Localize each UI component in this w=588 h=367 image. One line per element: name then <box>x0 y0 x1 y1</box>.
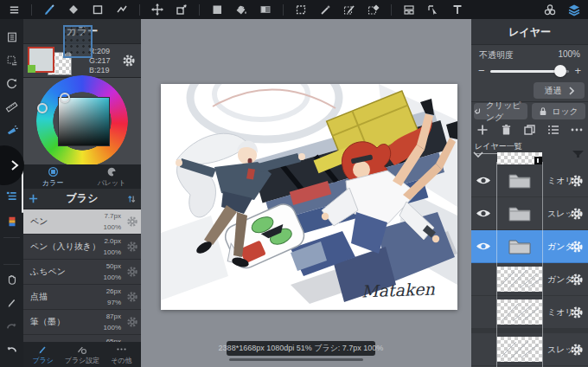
layer-row-sketch-gundam[interactable]: ガンダム <box>471 263 588 296</box>
material-icon[interactable] <box>543 3 557 16</box>
layer-row-folder-suletta[interactable]: スレッタ <box>471 197 588 230</box>
brush-settings-gear-icon[interactable] <box>126 216 138 228</box>
magic-wand-icon[interactable] <box>318 3 332 16</box>
brush-settings-gear-icon[interactable] <box>126 266 138 278</box>
canvas-viewport[interactable]: Mataken 2388*1668px 1080dpi 51% ブラシ: 7.7… <box>141 19 471 367</box>
more-options-icon[interactable] <box>571 128 583 132</box>
undo-icon[interactable] <box>4 342 19 357</box>
clipping-button[interactable]: クリッピング <box>474 103 527 119</box>
brush-row-stipple[interactable]: 点描 26px 97% <box>23 285 141 310</box>
rgb-b: B:219 <box>89 66 111 75</box>
layer-settings-gear-icon[interactable] <box>570 306 584 319</box>
move-tool-icon[interactable] <box>150 3 164 16</box>
brush-opacity: 100% <box>104 324 121 332</box>
opacity-decrease-button[interactable]: − <box>478 64 485 77</box>
brush-row-partial[interactable]: 65px <box>23 335 141 342</box>
layer-row-partial[interactable] <box>471 150 588 164</box>
materials-icon[interactable] <box>4 214 19 229</box>
layers-panel-title: レイヤー <box>471 19 588 45</box>
brush-row-edge-pen[interactable]: ふちペン 50px 100% <box>23 260 141 285</box>
top-toolbar <box>0 0 588 19</box>
transform-tool-icon[interactable] <box>175 3 189 16</box>
lock-button[interactable]: ロック <box>532 103 585 119</box>
footer-tab-brush-settings[interactable]: ブラシ設定 <box>62 342 101 367</box>
text-tool-icon[interactable] <box>451 3 464 16</box>
eraser-tool-icon[interactable] <box>67 3 80 16</box>
layer-settings-gear-icon[interactable] <box>570 174 584 188</box>
opacity-row: 不透明度 100% <box>479 49 580 61</box>
visibility-eye-icon[interactable] <box>476 208 491 219</box>
sv-cursor[interactable] <box>60 93 70 103</box>
brush-opacity: 97% <box>107 299 121 306</box>
brush-row-pen-taper[interactable]: ペン（入り抜き） 2.0px 100% <box>23 235 141 260</box>
brush-name: ふちペン <box>30 266 66 278</box>
opacity-slider-thumb[interactable] <box>554 65 566 77</box>
hue-cursor[interactable] <box>37 103 48 113</box>
brush-settings-gear-icon[interactable] <box>126 291 138 303</box>
ruler-icon[interactable] <box>4 100 19 114</box>
select-pen-icon[interactable] <box>342 3 356 16</box>
hand-tool-icon[interactable] <box>4 272 19 287</box>
add-layer-icon[interactable] <box>476 124 489 136</box>
layer-row-folder-gundam-selected[interactable]: ガンダム <box>471 230 588 263</box>
layer-settings-gear-icon[interactable] <box>570 240 584 254</box>
gradient-tool-icon[interactable] <box>259 3 272 16</box>
delete-layer-icon[interactable] <box>501 124 512 136</box>
menu-icon[interactable] <box>7 3 21 16</box>
object-select-icon[interactable] <box>426 3 440 16</box>
rotate-reset-icon[interactable] <box>4 76 19 91</box>
color-settings-gear-icon[interactable] <box>122 54 136 68</box>
panel-collapse-handle[interactable] <box>0 145 24 185</box>
add-brush-button[interactable] <box>23 193 42 204</box>
brush-panel-header: ブラシ <box>23 189 141 209</box>
redo-icon[interactable] <box>4 319 19 333</box>
select-tool-icon[interactable] <box>294 3 308 16</box>
opacity-value: 100% <box>558 49 580 61</box>
layer-settings-gear-icon[interactable] <box>570 207 584 221</box>
fill-swatch-icon[interactable] <box>210 3 224 16</box>
layer-settings-gear-icon[interactable] <box>570 273 584 287</box>
brush-settings-gear-icon[interactable] <box>126 316 138 328</box>
duplicate-layer-icon[interactable] <box>523 124 535 136</box>
bucket-tool-icon[interactable] <box>234 3 248 16</box>
footer-tab-brush[interactable]: ブラシ <box>23 342 62 367</box>
visibility-eye-icon[interactable] <box>476 241 491 252</box>
divide-canvas-icon[interactable] <box>402 3 416 16</box>
layer-row-folder-miorine[interactable]: ミオリネ <box>471 164 588 197</box>
opacity-increase-button[interactable]: + <box>574 64 581 77</box>
select-layer-icon[interactable] <box>4 53 19 68</box>
tab-palette[interactable]: パレット <box>82 164 141 189</box>
horizontal-scrollbar[interactable] <box>229 358 363 361</box>
list-icon[interactable] <box>4 189 19 203</box>
select-eraser-icon[interactable] <box>367 3 380 16</box>
brush-size: 26px <box>106 287 121 295</box>
layer-row-sketch-miorine[interactable]: ミオリネ <box>471 296 588 329</box>
polyline-tool-icon[interactable] <box>115 3 129 16</box>
layer-menu-icon[interactable] <box>547 125 559 135</box>
brush-row-ink-brush[interactable]: 筆（墨） 87px 100% <box>23 310 141 335</box>
layer-actions-row <box>476 124 583 136</box>
layer-row-sketch-suletta[interactable]: スレッタ <box>471 333 588 366</box>
document-icon[interactable] <box>4 29 19 44</box>
brush-settings-gear-icon[interactable] <box>126 241 138 253</box>
saturation-value-square[interactable] <box>58 97 110 146</box>
pen-tool-icon[interactable] <box>4 295 19 310</box>
brush-settings-icon <box>76 344 87 355</box>
footer-tab-others[interactable]: その他 <box>102 342 141 367</box>
tab-color[interactable]: カラー <box>23 164 82 189</box>
layer-settings-gear-icon[interactable] <box>570 343 584 357</box>
airbrush-icon[interactable] <box>4 123 19 138</box>
clipping-icon <box>474 106 482 116</box>
brush-icon <box>37 344 48 355</box>
canvas[interactable]: Mataken <box>161 84 457 310</box>
brush-tool-icon[interactable] <box>42 3 56 16</box>
shape-tool-icon[interactable] <box>91 3 105 16</box>
blend-mode-button[interactable]: 通過 <box>534 82 585 99</box>
brush-opacity: 100% <box>104 248 121 256</box>
visibility-eye-icon[interactable] <box>476 175 491 186</box>
layers-panel-icon[interactable] <box>567 3 581 16</box>
brush-sort-button[interactable] <box>122 194 141 204</box>
brush-row-pen[interactable]: ペン 7.7px 100% <box>23 209 141 235</box>
foreground-color-swatch[interactable] <box>28 47 54 73</box>
drag-grid-indicator[interactable] <box>63 25 93 58</box>
